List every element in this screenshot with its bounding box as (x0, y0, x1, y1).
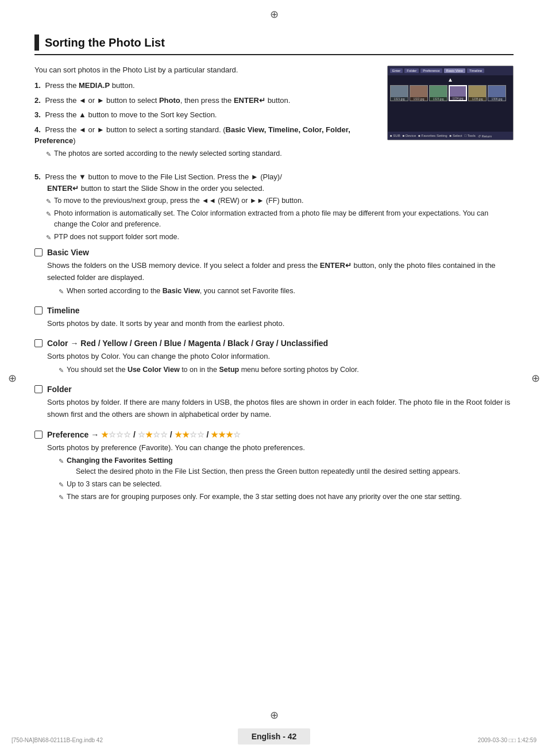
sub-section-folder: Folder Sorts photos by folder. If there … (34, 385, 514, 421)
intro-paragraph: You can sort photos in the Photo List by… (34, 66, 376, 74)
tv-photo-area: 1321.jpg 1322.jpg 1323.jpg 1234.jpg 1235… (388, 84, 513, 102)
tv-top-bar: Enter Folder Preference Basic View Timel… (388, 66, 513, 75)
footer-date-info: 2009-03-30 □□ 1:42:59 (478, 737, 537, 743)
checkbox-icon-timeline (34, 306, 43, 314)
tv-thumb-1: 1321.jpg (390, 85, 408, 101)
footer-file-info: [750-NA]BN68-02111B-Eng.indb 42 (11, 737, 103, 743)
main-content: Sorting the Photo List You can sort phot… (0, 0, 548, 569)
checkbox-icon-preference (34, 431, 43, 439)
intro-text-area: You can sort photos in the Photo List by… (34, 66, 376, 164)
preference-body: Sorts photos by preference (Favorite). Y… (34, 442, 514, 502)
sub-section-preference: Preference → ★☆☆☆ / ☆★☆☆ / ★★☆☆ / ★★★☆ S… (34, 430, 514, 502)
tv-thumb-5: 1235.jpg (468, 85, 487, 101)
footer-page-number: English - 42 (238, 728, 311, 745)
preference-note-3: ✎ The stars are for grouping purposes on… (59, 492, 514, 502)
step-5-list: 5. Press the ▼ button to move to the Fil… (34, 171, 514, 242)
step-5-note-1: ✎ To move to the previous/next group, pr… (46, 195, 514, 206)
step-5-note-2: ✎ Photo information is automatically set… (46, 208, 514, 230)
checkbox-icon-folder (34, 385, 43, 393)
tv-tab-basicview: Basic View (444, 68, 465, 73)
folder-body: Sorts photos by folder. If there are man… (34, 397, 514, 421)
preference-note-1: ✎ Changing the Favorites Setting Select … (59, 455, 514, 477)
tv-arrow: ▲ (388, 75, 513, 84)
folder-title: Folder (47, 385, 72, 394)
basic-view-title: Basic View (47, 248, 89, 257)
tv-thumb-4: 1234.jpg (449, 85, 467, 101)
color-note: ✎ You should set the Use Color View to o… (59, 364, 514, 375)
intro-row: You can sort photos in the Photo List by… (34, 66, 514, 164)
step-4-note: ✎ The photos are sorted according to the… (46, 148, 376, 159)
tv-thumb-3: 1323.jpg (429, 85, 447, 101)
step-4: 4. Press the ◄ or ► button to select a s… (34, 124, 376, 159)
basic-view-header: Basic View (34, 248, 514, 257)
section-header: Sorting the Photo List (34, 34, 514, 55)
checkbox-icon-color (34, 339, 43, 347)
tv-tab-timeline: Timeline (467, 68, 484, 73)
reg-mark-bottom: ⊕ (270, 709, 279, 722)
tv-thumb-2: 1322.jpg (410, 85, 428, 101)
folder-header: Folder (34, 385, 514, 394)
step-1: 1. Press the MEDIA.P button. (34, 80, 376, 91)
section-bar (34, 34, 39, 51)
tv-tab-preference: Preference (420, 68, 442, 73)
basic-view-body: Shows the folders on the USB memory devi… (34, 260, 514, 296)
step-2: 2. Press the ◄ or ► button to select Pho… (34, 95, 376, 106)
timeline-title: Timeline (47, 306, 80, 315)
reg-mark-top: ⊕ (270, 8, 279, 21)
preference-title: Preference → ★☆☆☆ / ☆★☆☆ / ★★☆☆ / ★★★☆ (47, 430, 241, 439)
color-header: Color → Red / Yellow / Green / Blue / Ma… (34, 339, 514, 348)
sub-section-color: Color → Red / Yellow / Green / Blue / Ma… (34, 339, 514, 375)
timeline-header: Timeline (34, 306, 514, 315)
steps-list: 1. Press the MEDIA.P button. 2. Press th… (34, 80, 376, 159)
tv-bottom-bar: ■ SUB ■ Device ■ Favorites Setting ■ Sel… (388, 132, 513, 140)
tv-screenshot-container: Enter Folder Preference Basic View Timel… (387, 66, 514, 164)
tv-screenshot: Enter Folder Preference Basic View Timel… (387, 66, 514, 140)
reg-mark-right: ⊕ (531, 372, 540, 385)
tv-thumb-6: 1306.jpg (488, 85, 506, 101)
color-body: Sorts photos by Color. You can change th… (34, 351, 514, 375)
step-5: 5. Press the ▼ button to move to the Fil… (34, 171, 514, 242)
sub-section-basic-view: Basic View Shows the folders on the USB … (34, 248, 514, 296)
tv-tab-folder: Folder (404, 68, 419, 73)
reg-mark-left: ⊕ (8, 372, 17, 385)
basic-view-note: ✎ When sorted according to the Basic Vie… (59, 286, 514, 297)
sub-section-timeline: Timeline Sorts photos by date. It sorts … (34, 306, 514, 330)
preference-note-2: ✎ Up to 3 stars can be selected. (59, 479, 514, 490)
page-title: Sorting the Photo List (45, 36, 165, 49)
timeline-body: Sorts photos by date. It sorts by year a… (34, 318, 514, 330)
step-3: 3. Press the ▲ button to move to the Sor… (34, 109, 376, 121)
checkbox-icon (34, 248, 43, 256)
color-title: Color → Red / Yellow / Green / Blue / Ma… (47, 339, 328, 348)
tv-tab-enter: Enter (390, 68, 403, 73)
step-5-note-3: ✎ PTP does not support folder sort mode. (46, 232, 514, 243)
preference-header: Preference → ★☆☆☆ / ☆★☆☆ / ★★☆☆ / ★★★☆ (34, 430, 514, 439)
